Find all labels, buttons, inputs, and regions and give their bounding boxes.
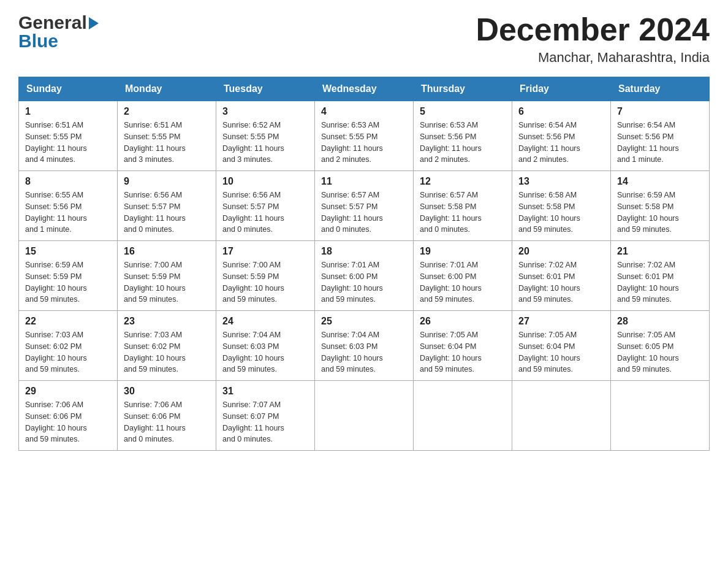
- table-row: 31 Sunrise: 7:07 AMSunset: 6:07 PMDaylig…: [216, 381, 315, 451]
- day-number: 14: [617, 176, 703, 187]
- day-number: 6: [518, 106, 604, 117]
- day-info: Sunrise: 7:00 AMSunset: 5:59 PMDaylight:…: [124, 259, 210, 305]
- day-info: Sunrise: 6:57 AMSunset: 5:58 PMDaylight:…: [420, 190, 506, 236]
- table-row: 12 Sunrise: 6:57 AMSunset: 5:58 PMDaylig…: [414, 171, 512, 241]
- table-row: 28 Sunrise: 7:05 AMSunset: 6:05 PMDaylig…: [611, 311, 710, 381]
- day-number: 22: [25, 316, 111, 327]
- day-info: Sunrise: 6:51 AMSunset: 5:55 PMDaylight:…: [124, 120, 210, 166]
- day-info: Sunrise: 7:01 AMSunset: 6:00 PMDaylight:…: [420, 259, 506, 305]
- day-info: Sunrise: 7:02 AMSunset: 6:01 PMDaylight:…: [518, 259, 604, 305]
- col-header-saturday: Saturday: [611, 77, 710, 101]
- table-row: 27 Sunrise: 7:05 AMSunset: 6:04 PMDaylig…: [512, 311, 611, 381]
- page-title: December 2024: [476, 12, 710, 47]
- calendar-week-3: 15 Sunrise: 6:59 AMSunset: 5:59 PMDaylig…: [19, 241, 710, 311]
- day-info: Sunrise: 7:03 AMSunset: 6:02 PMDaylight:…: [25, 329, 111, 375]
- day-number: 10: [222, 176, 308, 187]
- col-header-thursday: Thursday: [414, 77, 512, 101]
- page-header: General Blue December 2024 Manchar, Maha…: [18, 12, 710, 66]
- col-header-monday: Monday: [118, 77, 216, 101]
- day-number: 5: [420, 106, 506, 117]
- table-row: 25 Sunrise: 7:04 AMSunset: 6:03 PMDaylig…: [315, 311, 414, 381]
- table-row: 23 Sunrise: 7:03 AMSunset: 6:02 PMDaylig…: [118, 311, 216, 381]
- table-row: 4 Sunrise: 6:53 AMSunset: 5:55 PMDayligh…: [315, 101, 414, 171]
- table-row: 17 Sunrise: 7:00 AMSunset: 5:59 PMDaylig…: [216, 241, 315, 311]
- table-row: 19 Sunrise: 7:01 AMSunset: 6:00 PMDaylig…: [414, 241, 512, 311]
- table-row: 8 Sunrise: 6:55 AMSunset: 5:56 PMDayligh…: [19, 171, 118, 241]
- col-header-friday: Friday: [512, 77, 611, 101]
- day-number: 1: [25, 106, 111, 117]
- day-info: Sunrise: 6:53 AMSunset: 5:55 PMDaylight:…: [321, 120, 407, 166]
- table-row: 14 Sunrise: 6:59 AMSunset: 5:58 PMDaylig…: [611, 171, 710, 241]
- table-row: 29 Sunrise: 7:06 AMSunset: 6:06 PMDaylig…: [19, 381, 118, 451]
- day-info: Sunrise: 6:53 AMSunset: 5:56 PMDaylight:…: [420, 120, 506, 166]
- calendar-week-2: 8 Sunrise: 6:55 AMSunset: 5:56 PMDayligh…: [19, 171, 710, 241]
- table-row: 7 Sunrise: 6:54 AMSunset: 5:56 PMDayligh…: [611, 101, 710, 171]
- table-row: 21 Sunrise: 7:02 AMSunset: 6:01 PMDaylig…: [611, 241, 710, 311]
- table-row: 3 Sunrise: 6:52 AMSunset: 5:55 PMDayligh…: [216, 101, 315, 171]
- day-info: Sunrise: 6:52 AMSunset: 5:55 PMDaylight:…: [222, 120, 308, 166]
- table-row: 16 Sunrise: 7:00 AMSunset: 5:59 PMDaylig…: [118, 241, 216, 311]
- day-number: 27: [518, 316, 604, 327]
- table-row: 5 Sunrise: 6:53 AMSunset: 5:56 PMDayligh…: [414, 101, 512, 171]
- day-info: Sunrise: 7:00 AMSunset: 5:59 PMDaylight:…: [222, 259, 308, 305]
- day-info: Sunrise: 7:06 AMSunset: 6:06 PMDaylight:…: [25, 399, 111, 445]
- table-row: 24 Sunrise: 7:04 AMSunset: 6:03 PMDaylig…: [216, 311, 315, 381]
- day-number: 18: [321, 246, 407, 257]
- table-row: 10 Sunrise: 6:56 AMSunset: 5:57 PMDaylig…: [216, 171, 315, 241]
- col-header-tuesday: Tuesday: [216, 77, 315, 101]
- table-row: 18 Sunrise: 7:01 AMSunset: 6:00 PMDaylig…: [315, 241, 414, 311]
- day-info: Sunrise: 7:06 AMSunset: 6:06 PMDaylight:…: [124, 399, 210, 445]
- day-info: Sunrise: 7:05 AMSunset: 6:05 PMDaylight:…: [617, 329, 703, 375]
- day-number: 23: [124, 316, 210, 327]
- table-row: [414, 381, 512, 451]
- calendar-week-1: 1 Sunrise: 6:51 AMSunset: 5:55 PMDayligh…: [19, 101, 710, 171]
- day-info: Sunrise: 7:01 AMSunset: 6:00 PMDaylight:…: [321, 259, 407, 305]
- day-number: 2: [124, 106, 210, 117]
- day-number: 7: [617, 106, 703, 117]
- calendar-week-4: 22 Sunrise: 7:03 AMSunset: 6:02 PMDaylig…: [19, 311, 710, 381]
- day-number: 3: [222, 106, 308, 117]
- table-row: 22 Sunrise: 7:03 AMSunset: 6:02 PMDaylig…: [19, 311, 118, 381]
- day-number: 17: [222, 246, 308, 257]
- day-info: Sunrise: 6:56 AMSunset: 5:57 PMDaylight:…: [124, 190, 210, 236]
- table-row: [611, 381, 710, 451]
- day-number: 8: [25, 176, 111, 187]
- day-info: Sunrise: 6:54 AMSunset: 5:56 PMDaylight:…: [518, 120, 604, 166]
- table-row: 13 Sunrise: 6:58 AMSunset: 5:58 PMDaylig…: [512, 171, 611, 241]
- table-row: [315, 381, 414, 451]
- table-row: 2 Sunrise: 6:51 AMSunset: 5:55 PMDayligh…: [118, 101, 216, 171]
- day-info: Sunrise: 7:07 AMSunset: 6:07 PMDaylight:…: [222, 399, 308, 445]
- logo-blue-text: Blue: [18, 31, 58, 52]
- table-row: 1 Sunrise: 6:51 AMSunset: 5:55 PMDayligh…: [19, 101, 118, 171]
- day-number: 24: [222, 316, 308, 327]
- day-info: Sunrise: 6:55 AMSunset: 5:56 PMDaylight:…: [25, 190, 111, 236]
- day-number: 25: [321, 316, 407, 327]
- day-info: Sunrise: 7:03 AMSunset: 6:02 PMDaylight:…: [124, 329, 210, 375]
- day-info: Sunrise: 6:56 AMSunset: 5:57 PMDaylight:…: [222, 190, 308, 236]
- day-info: Sunrise: 6:59 AMSunset: 5:59 PMDaylight:…: [25, 259, 111, 305]
- day-number: 21: [617, 246, 703, 257]
- day-info: Sunrise: 7:02 AMSunset: 6:01 PMDaylight:…: [617, 259, 703, 305]
- day-info: Sunrise: 6:57 AMSunset: 5:57 PMDaylight:…: [321, 190, 407, 236]
- col-header-wednesday: Wednesday: [315, 77, 414, 101]
- day-number: 9: [124, 176, 210, 187]
- day-number: 28: [617, 316, 703, 327]
- day-number: 16: [124, 246, 210, 257]
- day-number: 4: [321, 106, 407, 117]
- day-info: Sunrise: 7:05 AMSunset: 6:04 PMDaylight:…: [420, 329, 506, 375]
- day-number: 13: [518, 176, 604, 187]
- table-row: [512, 381, 611, 451]
- logo: General Blue: [18, 12, 99, 52]
- day-info: Sunrise: 7:05 AMSunset: 6:04 PMDaylight:…: [518, 329, 604, 375]
- day-info: Sunrise: 6:51 AMSunset: 5:55 PMDaylight:…: [25, 120, 111, 166]
- day-info: Sunrise: 7:04 AMSunset: 6:03 PMDaylight:…: [321, 329, 407, 375]
- day-number: 26: [420, 316, 506, 327]
- table-row: 20 Sunrise: 7:02 AMSunset: 6:01 PMDaylig…: [512, 241, 611, 311]
- day-info: Sunrise: 6:58 AMSunset: 5:58 PMDaylight:…: [518, 190, 604, 236]
- day-info: Sunrise: 6:54 AMSunset: 5:56 PMDaylight:…: [617, 120, 703, 166]
- day-number: 11: [321, 176, 407, 187]
- col-header-sunday: Sunday: [19, 77, 118, 101]
- title-section: December 2024 Manchar, Maharashtra, Indi…: [476, 12, 710, 66]
- table-row: 15 Sunrise: 6:59 AMSunset: 5:59 PMDaylig…: [19, 241, 118, 311]
- day-info: Sunrise: 6:59 AMSunset: 5:58 PMDaylight:…: [617, 190, 703, 236]
